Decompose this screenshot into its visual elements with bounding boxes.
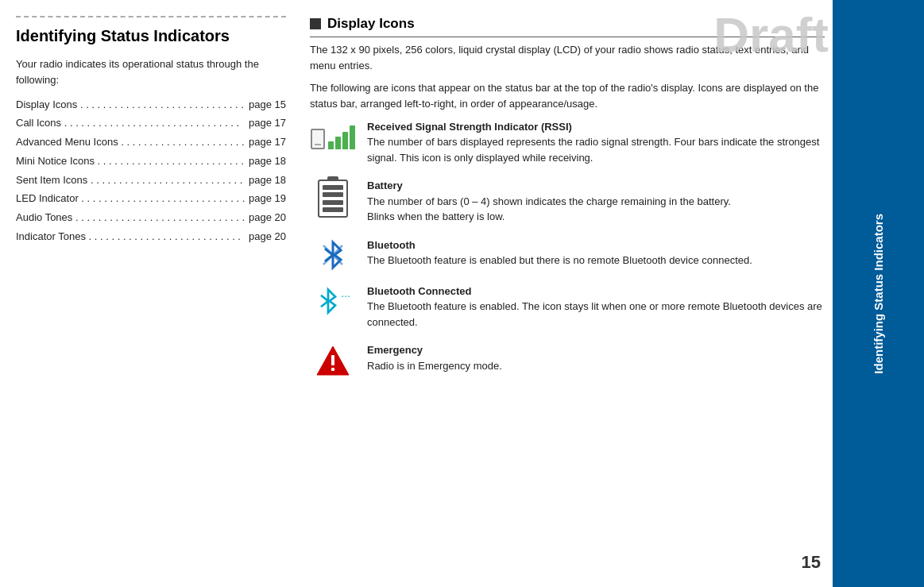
rssi-bar-3: [342, 132, 348, 149]
side-tab-label: Identifying Status Indicators: [871, 214, 887, 374]
bluetooth-title: Bluetooth: [367, 239, 416, 251]
toc-page: page 15: [248, 95, 286, 114]
bluetooth-icon-cell: [310, 238, 356, 271]
rssi-device-icon: [311, 129, 325, 149]
toc-item: Call Icons . . . . . . . . . . . . . . .…: [16, 114, 286, 133]
rssi-bar-1: [328, 141, 334, 149]
battery-bar-3: [323, 200, 343, 205]
rssi-icon-cell: [310, 119, 356, 149]
svg-marker-5: [328, 289, 335, 312]
toc-item: Indicator Tones . . . . . . . . . . . . …: [16, 228, 286, 247]
rssi-bar-4: [350, 126, 355, 149]
page-number: 15: [802, 552, 821, 573]
toc-page: page 20: [248, 228, 286, 247]
toc-label-dots: Sent Item Icons . . . . . . . . . . . . …: [16, 171, 248, 190]
svg-line-7: [321, 301, 328, 307]
section-square-icon: [310, 18, 321, 29]
toc-label-dots: Indicator Tones . . . . . . . . . . . . …: [16, 228, 248, 247]
bluetooth-connected-desc: Bluetooth Connected The Bluetooth featur…: [367, 284, 825, 330]
battery-icon: [318, 180, 348, 218]
intro-text-2: The following are icons that appear on t…: [310, 80, 825, 112]
bluetooth-text: The Bluetooth feature is enabled but the…: [367, 254, 752, 266]
rssi-desc: Received Signal Strength Indicator (RSSI…: [367, 119, 825, 166]
svg-line-6: [321, 295, 328, 300]
toc-item: LED Indicator . . . . . . . . . . . . . …: [16, 190, 286, 209]
toc-page: page 19: [248, 190, 286, 209]
section-title: Display Icons: [327, 16, 415, 32]
side-tab: Identifying Status Indicators: [833, 0, 924, 587]
toc-page: page 17: [248, 133, 286, 153]
svg-rect-9: [331, 355, 334, 365]
bluetooth-connected-icon: ···: [314, 285, 352, 317]
left-intro: Your radio indicates its operational sta…: [16, 56, 286, 87]
toc-item: Display Icons . . . . . . . . . . . . . …: [16, 95, 286, 114]
toc-item: Advanced Menu Icons . . . . . . . . . . …: [16, 133, 286, 153]
rssi-row: Received Signal Strength Indicator (RSSI…: [310, 119, 825, 166]
bluetooth-connected-icon-cell: ···: [310, 284, 356, 317]
draft-watermark: Draft: [713, 6, 829, 63]
battery-icon-cell: [310, 178, 356, 218]
toc-page: page 18: [248, 152, 286, 171]
toc-page: page 20: [248, 209, 286, 228]
rssi-text: The number of bars displayed represents …: [367, 136, 819, 164]
emergency-desc: Emergency Radio is in Emergency mode.: [367, 342, 825, 373]
battery-bar-4: [323, 207, 343, 212]
toc-page: page 17: [248, 114, 286, 133]
rssi-bars-icon: [328, 121, 355, 149]
toc-label-dots: Call Icons . . . . . . . . . . . . . . .…: [16, 114, 248, 133]
emergency-text: Radio is in Emergency mode.: [367, 360, 502, 372]
toc-label-dots: Advanced Menu Icons . . . . . . . . . . …: [16, 133, 248, 153]
emergency-title: Emergency: [367, 344, 423, 356]
toc-item: Sent Item Icons . . . . . . . . . . . . …: [16, 171, 286, 190]
rssi-title: Received Signal Strength Indicator (RSSI…: [367, 121, 572, 133]
rssi-icon: [311, 121, 355, 149]
battery-text: The number of bars (0 – 4) shown indicat…: [367, 195, 731, 223]
rssi-bar-2: [335, 137, 341, 149]
toc-label-dots: Mini Notice Icons . . . . . . . . . . . …: [16, 152, 248, 171]
left-title: Identifying Status Indicators: [16, 27, 286, 45]
emergency-row: Emergency Radio is in Emergency mode.: [310, 342, 825, 377]
bluetooth-connected-row: ··· Bluetooth Connected The Bluetooth fe…: [310, 284, 825, 330]
bluetooth-connected-title: Bluetooth Connected: [367, 285, 471, 297]
right-column: Display Icons The 132 x 90 pixels, 256 c…: [310, 16, 825, 390]
bluetooth-connected-text: The Bluetooth feature is enabled. The ic…: [367, 300, 822, 328]
toc-table: Display Icons . . . . . . . . . . . . . …: [16, 95, 286, 246]
bluetooth-connected-bt-icon: [314, 285, 342, 317]
left-column: Identifying Status Indicators Your radio…: [16, 16, 286, 246]
toc-page: page 18: [248, 171, 286, 190]
toc-label-dots: Audio Tones . . . . . . . . . . . . . . …: [16, 209, 248, 228]
bluetooth-connected-dots: ···: [341, 290, 350, 301]
toc-label-dots: LED Indicator . . . . . . . . . . . . . …: [16, 190, 248, 209]
emergency-icon-cell: [310, 342, 356, 377]
bluetooth-icon: [317, 239, 349, 271]
bluetooth-row: Bluetooth The Bluetooth feature is enabl…: [310, 238, 825, 271]
toc-label-dots: Display Icons . . . . . . . . . . . . . …: [16, 95, 248, 114]
battery-title: Battery: [367, 180, 403, 191]
toc-item: Mini Notice Icons . . . . . . . . . . . …: [16, 152, 286, 171]
toc-item: Audio Tones . . . . . . . . . . . . . . …: [16, 209, 286, 228]
battery-desc: Battery The number of bars (0 – 4) shown…: [367, 178, 825, 225]
dashed-divider: [16, 16, 286, 17]
battery-bar-2: [323, 192, 343, 197]
battery-bar-1: [323, 185, 343, 190]
bluetooth-desc: Bluetooth The Bluetooth feature is enabl…: [367, 238, 825, 268]
battery-row: Battery The number of bars (0 – 4) shown…: [310, 178, 825, 225]
svg-rect-10: [331, 368, 334, 371]
emergency-icon: [315, 344, 351, 377]
